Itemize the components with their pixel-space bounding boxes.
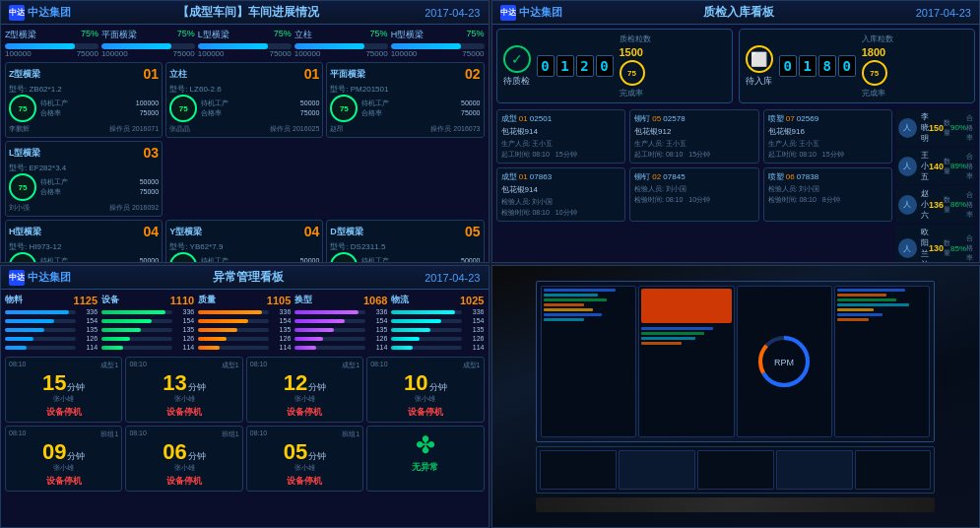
logo-icon: 中达 <box>9 5 25 21</box>
timer6-val: 06 <box>163 441 186 463</box>
qc-card1-type: 成型 01 02501 <box>501 113 553 124</box>
mc-l-num: 03 <box>144 145 160 161</box>
bar-l-beam: L型横梁 75% 10000075000 <box>198 29 292 58</box>
wh-digit-2: 8 <box>818 55 836 77</box>
screen-sect-1 <box>541 286 636 437</box>
timer7-time: 08:10 <box>250 429 268 439</box>
panel3-logo: 中达 中达集团 <box>9 270 71 286</box>
screen-bar-13 <box>837 294 886 297</box>
gauge-svg: RPM <box>754 332 814 391</box>
qc-check-label: 待质检 <box>503 75 530 88</box>
person1-stats: 李晓明 150 数量 90% 合格率 <box>921 111 973 144</box>
cat-material-count: 1125 <box>74 295 98 306</box>
timer-7: 08:10班组1 05分钟 张小雄 设备停机 <box>246 426 363 492</box>
mc-l-gauge: 75 <box>9 173 36 201</box>
machines-grid-bottom: H型横梁 04 型号: HI973-12 75 待机工产50000 合格率750… <box>5 220 485 263</box>
wh-rate-val: 75 <box>870 69 879 78</box>
timer4-status: 设备停机 <box>370 406 480 419</box>
person3-pct: 86% <box>950 200 966 209</box>
wh-digit-3: 0 <box>838 55 856 77</box>
timer5-val: 09 <box>42 441 66 463</box>
bar-col-numbers: 10000075000 <box>294 49 388 58</box>
bar-l-label: L型横梁 <box>198 29 229 41</box>
timer6-line: 班组1 <box>222 429 239 439</box>
person4-avatar: 人 <box>898 238 917 258</box>
bar-h-beam: H型横梁 75% 10000075000 <box>391 29 485 58</box>
screen-bar-1 <box>544 289 616 292</box>
timer2-unit: 分钟 <box>188 381 206 394</box>
person3-avatar: 人 <box>898 195 917 215</box>
timer5-time: 08:10 <box>9 429 27 439</box>
person3-count-label: 数量 <box>944 195 950 215</box>
timer6-status: 设备停机 <box>129 475 238 488</box>
cat-bar-row: 154 <box>391 317 484 324</box>
mc-col-model: 型号: LZ60-2.6 <box>169 84 319 95</box>
panel-qc: 中达 中达集团 质检入库看板 2017-04-23 ✓ 待质检 0 1 2 0 … <box>491 0 981 263</box>
qc-card2-product: 包花银912 <box>634 126 754 137</box>
bar-h-pct: 75% <box>467 29 485 43</box>
qc-card3-product: 包花银916 <box>768 126 888 137</box>
qc-card5-info: 检验人员: 刘小国检验时间: 08:10 10分钟 <box>634 184 754 205</box>
timer7-detail: 张小雄 <box>250 463 359 473</box>
qc-rate-val: 75 <box>627 69 636 78</box>
timer3-status: 设备停机 <box>250 406 359 419</box>
timer4-val: 10 <box>404 372 427 394</box>
timer3-unit: 分钟 <box>308 381 326 394</box>
qc-card2-type: 铆钉 05 02578 <box>634 113 686 124</box>
bar-column: 立柱 75% 10000075000 <box>294 29 388 58</box>
screen-bar-2 <box>544 294 598 297</box>
cat-changeover-bars: 336 154 135 126 114 <box>294 308 387 351</box>
cat-bar-row: 126 <box>5 335 98 342</box>
timer-8-normal: ✤ 无异常 <box>366 426 484 492</box>
cat-bar-row: 126 <box>294 335 387 342</box>
mc-flat-gauge: 75 <box>330 95 358 122</box>
person1-count-label: 数量 <box>944 118 950 138</box>
bar-z-numbers: 10000075000 <box>5 49 98 58</box>
qc-card4-info: 检验人员: 刘小国检验时间: 08:10 10分钟 <box>501 197 621 218</box>
bar-h-label: H型横梁 <box>391 29 425 41</box>
cat-bar-row: 135 <box>101 326 194 333</box>
mc-h-num: 04 <box>144 224 160 239</box>
mc-y-gauge: 75 <box>169 252 197 263</box>
wh-label: 待入库 <box>746 75 772 88</box>
timers-bottom-row: 08:10班组1 09分钟 张小雄 设备停机 08:10班组1 06分钟 张小雄… <box>5 426 485 492</box>
sub-panel-2 <box>619 450 695 490</box>
qc-card3-type: 喷塑 07 02569 <box>768 113 819 124</box>
cat-bar-row: 336 <box>101 308 194 315</box>
wh-rate-circle: 75 <box>862 60 887 86</box>
mc-y-model: 型号: YB62*7.9 <box>169 241 319 252</box>
cat-bar-row: 135 <box>391 326 484 333</box>
qc-card3-info: 生产人员: 王小五起工时间: 08:10 15分钟 <box>768 139 888 160</box>
screen-bar-7 <box>544 318 584 321</box>
timer1-unit: 分钟 <box>67 381 85 394</box>
person2-stats: 王小五 140 数量 89% 合格率 <box>921 150 973 182</box>
bar-flat-numbers: 10000075000 <box>101 49 195 58</box>
machine-card-d: D型横梁 05 型号: DS2311.5 75 待机工产50000 合格率750… <box>326 220 484 263</box>
screen-gauge-1: RPM <box>737 286 832 437</box>
screen-bar-10 <box>641 337 695 340</box>
timer6-unit: 分钟 <box>188 450 206 463</box>
cat-equipment-count: 1110 <box>170 295 194 306</box>
panel1-content: Z型横梁 75% 10000075000 平面横梁 75% 1000007500… <box>1 25 489 263</box>
person1-count: 150 <box>929 123 944 133</box>
mc-d-num: 05 <box>465 224 481 239</box>
person4-count: 130 <box>929 243 944 253</box>
screen-bar-14 <box>837 298 895 301</box>
cat-equipment-name: 设备 <box>101 294 119 306</box>
machine-card-h: H型横梁 04 型号: HI973-12 75 待机工产50000 合格率750… <box>5 220 163 263</box>
timer1-status: 设备停机 <box>9 406 118 419</box>
cat-logistics-bars: 336 154 135 126 114 <box>391 308 484 351</box>
machine-card-flat: 平面横梁 02 型号: PM201501 75 待机工产50000 合格率750… <box>326 62 484 138</box>
timer5-line: 班组1 <box>100 429 118 439</box>
qc-cards-list: 成型 01 02501 包花银914 生产人员: 王小五起工时间: 08:10 … <box>496 109 893 263</box>
cat-quality: 质量 1105 336 154 135 126 114 <box>198 294 291 351</box>
timer4-unit: 分钟 <box>429 381 447 394</box>
person2-pct-label: 合格率 <box>966 152 973 181</box>
qc-digit-display: 0 1 2 0 <box>537 55 614 77</box>
sub-panel-4 <box>776 450 853 490</box>
cat-bar-row: 154 <box>101 317 194 324</box>
cat-changeover-name: 换型 <box>294 294 312 306</box>
timer6-detail: 张小雄 <box>129 463 238 473</box>
wh-icon-area: ⬜ 待入库 <box>746 45 773 88</box>
wh-rate-label: 完成率 <box>862 88 893 99</box>
